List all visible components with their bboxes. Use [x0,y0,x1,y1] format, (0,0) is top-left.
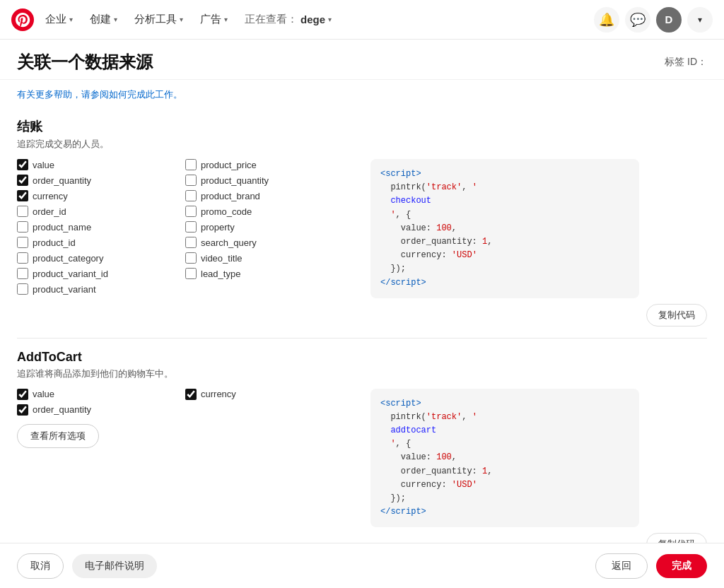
email-explain-button[interactable]: 电子邮件说明 [72,554,157,578]
checkbox-product-brand[interactable]: product_brand [185,190,354,201]
checkbox-value-input[interactable] [17,159,28,170]
chevron-down-icon: ▾ [328,16,332,23]
checkbox-promo-code-input[interactable] [185,206,197,217]
chevron-down-icon: ▾ [180,16,183,23]
checkbox-product-price[interactable]: product_price [185,159,354,170]
checkbox-product-id-input[interactable] [17,237,28,248]
checkbox-currency[interactable]: currency [17,190,185,201]
main-content-area: 有关更多帮助，请参阅如何完成此工作。 结账 追踪完成交易的人员。 value p… [0,80,724,588]
checkbox-product-variant-id-input[interactable] [17,268,28,279]
section-checkout-body: value product_price order_quantity produ… [17,159,707,327]
avatar[interactable]: D [656,7,682,33]
nav-viewing-account: 正在查看： dege ▾ [236,7,340,32]
section-addtocart: AddToCart 追踪谁将商品添加到他们的购物车中。 value curren… [17,350,707,568]
checkbox-product-brand-input[interactable] [185,190,197,201]
section-checkout-title: 结账 [17,118,707,135]
checkout-checkboxes: value product_price order_quantity produ… [17,159,354,295]
section-addtocart-body: value currency order_quantity 查看所有选项 <sc… [17,389,707,556]
page-header: 关联一个数据来源 标签 ID： [0,40,724,80]
nav-enterprise[interactable]: 企业 ▾ [37,7,81,32]
top-navigation: 企业 ▾ 创建 ▾ 分析工具 ▾ 广告 ▾ 正在查看： dege ▾ 🔔 💬 D… [0,0,724,40]
checkbox-value[interactable]: value [17,159,185,170]
checkbox-search-query-input[interactable] [185,237,197,248]
cancel-button[interactable]: 取消 [17,553,64,579]
checkbox-promo-code[interactable]: promo_code [185,206,354,217]
finish-button[interactable]: 完成 [656,554,707,578]
checkbox-product-id[interactable]: product_id [17,237,185,248]
section-addtocart-desc: 追踪谁将商品添加到他们的购物车中。 [17,368,707,380]
checkbox-product-variant-id[interactable]: product_variant_id [17,268,185,279]
checkbox-order-id-input[interactable] [17,206,28,217]
checkbox-product-category-input[interactable] [17,252,28,264]
checkbox-product-variant-input[interactable] [17,283,28,295]
addtocart-checkbox-grid: value currency order_quantity [17,389,354,416]
checkbox-atc-value-input[interactable] [17,389,28,400]
checkbox-atc-order-quantity-input[interactable] [17,404,28,416]
checkbox-product-quantity-input[interactable] [185,175,197,186]
nav-analytics[interactable]: 分析工具 ▾ [126,7,192,32]
checkbox-atc-currency[interactable]: currency [185,389,354,400]
checkbox-order-quantity[interactable]: order_quantity [17,175,185,186]
nav-ads[interactable]: 广告 ▾ [192,7,236,32]
checkbox-video-title[interactable]: video_title [185,252,354,264]
chevron-down-icon: ▾ [224,16,228,23]
nav-icons-group: 🔔 💬 D ▾ [594,7,713,33]
addtocart-checkboxes: value currency order_quantity 查看所有选项 [17,389,354,448]
account-menu-chevron-icon[interactable]: ▾ [687,7,713,33]
scroll-hint-text: 有关更多帮助，请参阅如何完成此工作。 [17,80,707,107]
checkbox-product-name[interactable]: product_name [17,221,185,233]
section-addtocart-title: AddToCart [17,350,707,365]
back-button[interactable]: 返回 [595,553,648,579]
checkout-copy-button[interactable]: 复制代码 [646,304,707,327]
checkbox-lead-type[interactable]: lead_type [185,268,354,279]
section-checkout: 结账 追踪完成交易的人员。 value product_price order_… [17,118,707,339]
checkbox-lead-type-input[interactable] [185,268,197,279]
messages-icon[interactable]: 💬 [625,7,650,33]
checkbox-currency-input[interactable] [17,190,28,201]
bottom-right-actions: 返回 完成 [595,553,707,579]
checkbox-product-quantity[interactable]: product_quantity [185,175,354,186]
checkbox-atc-currency-input[interactable] [185,389,197,400]
checkout-checkbox-grid: value product_price order_quantity produ… [17,159,354,295]
nav-create[interactable]: 创建 ▾ [81,7,126,32]
tag-id-label: 标签 ID： [665,56,707,69]
svg-point-0 [11,8,34,31]
bottom-bar: 取消 电子邮件说明 返回 完成 [0,543,724,588]
chevron-down-icon: ▾ [114,16,117,23]
checkbox-order-quantity-input[interactable] [17,175,28,186]
checkbox-product-category[interactable]: product_category [17,252,185,264]
addtocart-code-content: <script> pintrk('track', ' addtocart ', … [380,397,629,519]
section-checkout-desc: 追踪完成交易的人员。 [17,138,707,151]
checkbox-product-variant[interactable]: product_variant [17,283,185,295]
checkout-code-box: <script> pintrk('track', ' checkout ', {… [370,159,639,298]
checkout-code-area: <script> pintrk('track', ' checkout ', {… [370,159,707,327]
view-all-options-button[interactable]: 查看所有选项 [17,424,99,448]
addtocart-code-box: <script> pintrk('track', ' addtocart ', … [370,389,639,528]
checkout-code-content: <script> pintrk('track', ' checkout ', {… [380,167,629,290]
addtocart-code-area: <script> pintrk('track', ' addtocart ', … [370,389,707,556]
checkbox-order-id[interactable]: order_id [17,206,185,217]
notifications-icon[interactable]: 🔔 [594,7,619,33]
bottom-left-actions: 取消 电子邮件说明 [17,553,157,579]
checkout-copy-btn-row: 复制代码 [370,304,707,327]
page-title: 关联一个数据来源 [17,51,153,74]
checkbox-atc-order-quantity[interactable]: order_quantity [17,404,185,416]
chevron-down-icon: ▾ [69,16,73,23]
pinterest-logo[interactable] [11,8,34,31]
checkbox-property[interactable]: property [185,221,354,233]
checkbox-search-query[interactable]: search_query [185,237,354,248]
checkbox-atc-value[interactable]: value [17,389,185,400]
checkbox-product-name-input[interactable] [17,221,28,233]
checkbox-product-price-input[interactable] [185,159,197,170]
checkbox-video-title-input[interactable] [185,252,197,264]
checkbox-property-input[interactable] [185,221,197,233]
